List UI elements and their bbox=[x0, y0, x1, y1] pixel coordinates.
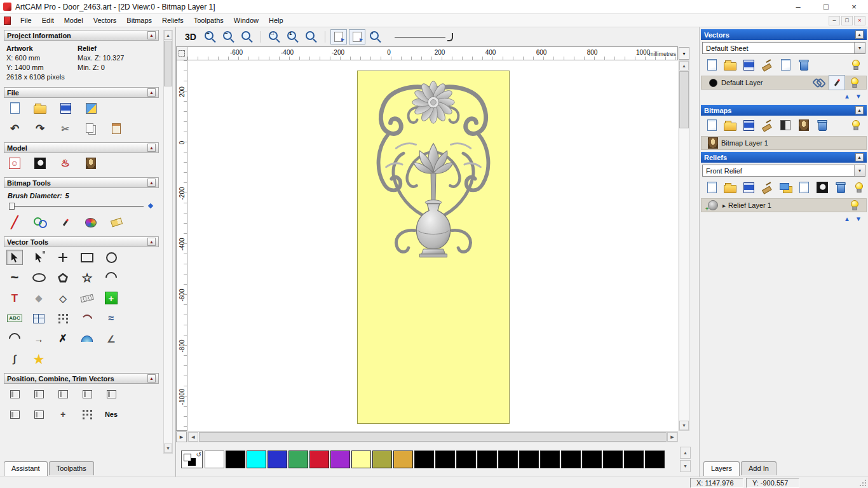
scroll-down-button[interactable]: ▼ bbox=[679, 421, 689, 430]
save-relief-layer-icon[interactable] bbox=[740, 180, 757, 195]
light-material-icon[interactable]: ♨ bbox=[57, 156, 74, 171]
load-reference-image-icon[interactable] bbox=[83, 156, 99, 171]
text-block-icon[interactable]: ABC bbox=[6, 311, 23, 326]
nesting-icon[interactable]: Nes bbox=[103, 407, 119, 422]
view-3d-button[interactable]: 3D bbox=[181, 32, 200, 42]
bitmap-layer-row[interactable]: Bitmap Layer 1 bbox=[701, 136, 867, 150]
zoom-1-1-icon[interactable]: 1 bbox=[285, 29, 301, 44]
create-ellipse-icon[interactable] bbox=[31, 270, 47, 285]
merge-relief-layers-icon[interactable] bbox=[759, 180, 775, 195]
sheet-select[interactable]: Default Sheet ▾ bbox=[702, 42, 865, 54]
ungroup-vectors-icon[interactable] bbox=[31, 407, 47, 422]
delete-vector-layer-icon[interactable] bbox=[796, 57, 812, 72]
open-relief-layer-icon[interactable] bbox=[722, 180, 738, 195]
chevron-down-icon[interactable]: ▾ bbox=[854, 165, 865, 176]
scroll-thumb[interactable] bbox=[679, 71, 689, 128]
expand-layer-icon[interactable]: ▸ bbox=[722, 202, 726, 209]
paint-brush-icon[interactable]: ╱ bbox=[6, 215, 23, 230]
assistant-scrollbar[interactable]: ▲ ▼ bbox=[163, 30, 173, 454]
menu-help[interactable]: Help bbox=[264, 15, 288, 26]
collapse-section-button[interactable]: ▲ bbox=[855, 153, 864, 161]
collapse-section-button[interactable]: ▲ bbox=[855, 30, 864, 39]
palette-swatch-2[interactable] bbox=[247, 451, 266, 468]
palette-swatch-1[interactable] bbox=[226, 451, 245, 468]
move-layer-up-button[interactable]: ▲ bbox=[843, 215, 851, 223]
new-sheet-icon[interactable] bbox=[777, 57, 794, 72]
create-star-icon[interactable]: ☆ bbox=[79, 270, 95, 285]
palette-swatch-14[interactable] bbox=[498, 451, 518, 468]
scroll-up-button[interactable]: ▲ bbox=[164, 30, 172, 40]
zoom-previous-icon[interactable] bbox=[239, 29, 255, 44]
relief-layer-row[interactable]: ▸ Relief Layer 1 bbox=[701, 198, 867, 212]
copy-icon[interactable] bbox=[83, 121, 99, 136]
palette-swatch-12[interactable] bbox=[456, 451, 476, 468]
create-arc-3pt-icon[interactable] bbox=[6, 331, 23, 346]
block-copy-icon[interactable] bbox=[55, 311, 71, 326]
move-layer-down-button[interactable]: ▼ bbox=[854, 92, 863, 100]
colour-picker-icon[interactable] bbox=[57, 215, 74, 230]
zoom-in-icon[interactable]: + bbox=[202, 29, 219, 44]
save-vector-layer-icon[interactable] bbox=[740, 57, 757, 72]
toggle-vector-view-icon[interactable] bbox=[349, 29, 365, 44]
resize-grip[interactable] bbox=[859, 479, 867, 487]
save-model-icon[interactable] bbox=[57, 100, 74, 116]
toggle-bitmap-view-icon[interactable] bbox=[330, 29, 347, 44]
palette-swatch-17[interactable] bbox=[561, 451, 581, 468]
duplicate-relief-layer-icon[interactable] bbox=[777, 180, 794, 195]
paste-along-curve-icon[interactable] bbox=[31, 311, 47, 326]
tab-assistant[interactable]: Assistant bbox=[4, 461, 48, 476]
undo-icon[interactable]: ↶ bbox=[6, 121, 23, 136]
transform-vectors-icon[interactable] bbox=[55, 250, 71, 265]
vector-doctor-icon[interactable]: ★ bbox=[31, 351, 47, 367]
create-circle-icon[interactable] bbox=[103, 250, 119, 265]
menu-file[interactable]: File bbox=[15, 15, 37, 26]
palette-swatch-5[interactable] bbox=[309, 451, 329, 468]
menu-edit[interactable]: Edit bbox=[37, 15, 59, 26]
tab-add-in[interactable]: Add In bbox=[741, 461, 776, 475]
palette-swatch-0[interactable] bbox=[205, 451, 224, 468]
menu-bitmaps[interactable]: Bitmaps bbox=[121, 15, 157, 26]
close-button[interactable]: × bbox=[840, 0, 868, 13]
slider-handle[interactable] bbox=[9, 203, 15, 210]
smooth-polyline-icon[interactable]: ≈ bbox=[103, 311, 119, 326]
palette-scroll-down-button[interactable]: ▼ bbox=[680, 460, 691, 472]
edit-layer-colour-icon[interactable] bbox=[829, 75, 845, 90]
zoom-out-icon[interactable]: − bbox=[220, 29, 237, 44]
transfer-relief-icon[interactable] bbox=[796, 180, 812, 195]
fillet-vectors-icon[interactable]: ∠ bbox=[103, 331, 119, 346]
brush-diameter-slider[interactable] bbox=[9, 201, 153, 211]
menu-reliefs[interactable]: Reliefs bbox=[157, 15, 189, 26]
relief-preview-icon[interactable] bbox=[814, 180, 831, 195]
palette-swatch-9[interactable] bbox=[393, 451, 413, 468]
palette-swatch-19[interactable] bbox=[603, 451, 623, 468]
paste-icon[interactable] bbox=[108, 121, 125, 136]
create-rectangle-icon[interactable] bbox=[79, 250, 95, 265]
move-layer-up-button[interactable]: ▲ bbox=[843, 92, 851, 100]
pane-toggle-button[interactable]: ▶ bbox=[176, 431, 187, 442]
flood-fill-all-icon[interactable] bbox=[108, 215, 125, 230]
toggle-all-bitmap-layers-icon[interactable] bbox=[848, 118, 864, 133]
group-vectors-icon[interactable] bbox=[6, 407, 23, 422]
relief-select[interactable]: Front Relief ▾ bbox=[702, 165, 865, 177]
collapse-section-button[interactable]: ▲ bbox=[147, 179, 156, 187]
create-polyline-icon[interactable]: ~ bbox=[6, 270, 23, 285]
palette-swatch-18[interactable] bbox=[582, 451, 602, 468]
chevron-down-icon[interactable]: ▾ bbox=[854, 43, 865, 53]
menu-model[interactable]: Model bbox=[59, 15, 88, 26]
scroll-down-button[interactable]: ▼ bbox=[164, 444, 172, 453]
menu-window[interactable]: Window bbox=[229, 15, 264, 26]
canvas-vertical-scrollbar[interactable]: ▲ ▼ bbox=[679, 60, 689, 431]
palette-swatch-3[interactable] bbox=[268, 451, 287, 468]
open-model-icon[interactable] bbox=[32, 100, 48, 116]
menu-toolpaths[interactable]: Toolpaths bbox=[189, 15, 229, 26]
maximize-button[interactable]: □ bbox=[812, 0, 840, 13]
new-relief-layer-icon[interactable] bbox=[703, 180, 720, 195]
snap-layer-icon[interactable] bbox=[811, 75, 827, 90]
tab-layers[interactable]: Layers bbox=[703, 461, 740, 476]
canvas-viewport[interactable] bbox=[187, 60, 678, 431]
offset-vectors-icon[interactable]: → bbox=[31, 331, 47, 346]
trim-vectors-icon[interactable]: ✗ bbox=[55, 331, 71, 346]
collapse-section-button[interactable]: ▲ bbox=[147, 374, 156, 383]
move-layer-down-button[interactable]: ▼ bbox=[854, 215, 863, 223]
block-paste-icon[interactable] bbox=[103, 290, 119, 306]
